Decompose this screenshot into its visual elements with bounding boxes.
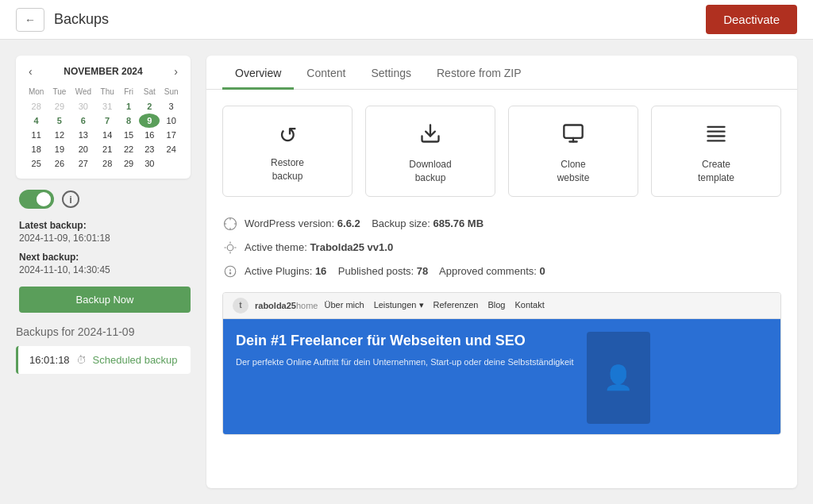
backups-for-label: Backups for 2024-11-09	[16, 325, 191, 338]
calendar-day[interactable]: 29	[118, 156, 139, 171]
clone-website-label: Clonewebsite	[557, 158, 590, 185]
left-panel: ‹ NOVEMBER 2024 › Mon Tue Wed Thu Fri Sa…	[16, 56, 191, 488]
calendar-day[interactable]: 21	[96, 142, 118, 156]
calendar-day[interactable]: 1	[118, 99, 139, 113]
site-preview: t rabolda25home Über mich Leistungen ▾ R…	[222, 292, 781, 435]
site-info-plugins: Active Plugins: 16 Published posts: 78 A…	[222, 264, 781, 279]
theme-icon	[222, 240, 238, 256]
calendar-day[interactable]: 7	[96, 113, 118, 128]
backup-toggle[interactable]	[19, 190, 54, 209]
calendar-day[interactable]: 13	[70, 128, 96, 142]
calendar-day[interactable]: 4	[24, 113, 48, 128]
calendar-day[interactable]: 3	[160, 99, 183, 113]
restore-backup-button[interactable]: ↺ Restorebackup	[222, 106, 353, 197]
template-icon	[705, 122, 727, 150]
calendar-day[interactable]: 15	[118, 128, 139, 142]
calendar-day[interactable]: 8	[118, 113, 139, 128]
page-title: Backups	[54, 11, 109, 28]
site-info: WordPress version: 6.6.2 Backup size: 68…	[222, 216, 781, 279]
comments-count: 0	[539, 265, 545, 277]
tab-content[interactable]: Content	[294, 56, 358, 90]
calendar-day[interactable]: 6	[70, 113, 96, 128]
calendar-day[interactable]: 11	[24, 128, 48, 142]
calendar-header: ‹ NOVEMBER 2024 ›	[24, 63, 183, 79]
site-info-wp: WordPress version: 6.6.2 Backup size: 68…	[222, 216, 781, 232]
calendar-day[interactable]: 20	[70, 142, 96, 156]
download-icon	[419, 122, 441, 150]
site-info-plugins-text: Active Plugins: 16 Published posts: 78 A…	[245, 265, 545, 277]
calendar-day[interactable]: 30	[70, 99, 96, 113]
plugins-label: Active Plugins:	[245, 265, 315, 277]
calendar: ‹ NOVEMBER 2024 › Mon Tue Wed Thu Fri Sa…	[16, 56, 191, 179]
calendar-day[interactable]: 29	[48, 99, 70, 113]
preview-hero-heading: Dein #1 Freelancer für Webseiten und SEO	[236, 332, 574, 350]
nav-leistungen: Leistungen ▾	[374, 300, 424, 310]
calendar-day[interactable]: 28	[24, 99, 48, 113]
backup-size-label: Backup size:	[372, 217, 433, 229]
create-template-label: Createtemplate	[698, 158, 734, 185]
latest-backup-value: 2024-11-09, 16:01:18	[19, 233, 191, 244]
toggle-area: i	[16, 190, 191, 209]
calendar-day[interactable]: 30	[139, 156, 160, 171]
tab-restore-from-zip[interactable]: Restore from ZIP	[424, 56, 534, 90]
wp-version-label: WordPress version:	[245, 217, 337, 229]
calendar-day[interactable]: 26	[48, 156, 70, 171]
site-info-theme: Active theme: Trabolda25 vv1.0	[222, 240, 781, 256]
wp-version: 6.6.2	[337, 217, 360, 229]
download-backup-button[interactable]: Downloadbackup	[365, 106, 495, 197]
clone-icon	[562, 122, 584, 150]
calendar-day[interactable]: 18	[24, 142, 48, 156]
comments-label: Approved comments:	[439, 265, 539, 277]
tabs-bar: Overview Content Settings Restore from Z…	[206, 56, 797, 90]
svg-rect-1	[564, 125, 582, 138]
calendar-day[interactable]: 28	[96, 156, 118, 171]
calendar-day	[160, 156, 183, 171]
calendar-day[interactable]: 24	[160, 142, 183, 156]
calendar-day[interactable]: 16	[139, 128, 160, 142]
calendar-grid: Mon Tue Wed Thu Fri Sat Sun 282930311234…	[24, 86, 183, 171]
create-template-button[interactable]: Createtemplate	[651, 106, 781, 197]
back-button[interactable]: ←	[16, 8, 44, 32]
calendar-day[interactable]: 31	[96, 99, 118, 113]
clone-website-button[interactable]: Clonewebsite	[508, 106, 638, 197]
cal-header-fri: Fri	[118, 86, 139, 99]
theme-value: Trabolda25 vv1.0	[310, 241, 393, 253]
clock-icon: ⏱	[76, 354, 87, 366]
calendar-day[interactable]: 12	[48, 128, 70, 142]
preview-nav-links: Über mich Leistungen ▾ Referenzen Blog K…	[325, 300, 545, 310]
nav-ubermich: Über mich	[325, 300, 364, 310]
posts-count: 78	[417, 265, 428, 277]
preview-logo: t	[233, 298, 249, 314]
next-backup-label: Next backup:	[19, 252, 191, 263]
plugins-count: 16	[315, 265, 326, 277]
header-left: ← Backups	[16, 8, 109, 32]
calendar-day[interactable]: 23	[139, 142, 160, 156]
backup-now-button[interactable]: Backup Now	[19, 287, 191, 313]
site-info-wp-text: WordPress version: 6.6.2 Backup size: 68…	[245, 217, 484, 229]
tab-settings[interactable]: Settings	[358, 56, 424, 90]
backup-size: 685.76 MB	[433, 217, 484, 229]
calendar-day[interactable]: 17	[160, 128, 183, 142]
nav-blog: Blog	[487, 300, 505, 310]
preview-content: Dein #1 Freelancer für Webseiten und SEO…	[223, 319, 780, 435]
tab-overview[interactable]: Overview	[222, 56, 294, 90]
calendar-prev-button[interactable]: ‹	[24, 63, 37, 79]
cal-header-wed: Wed	[70, 86, 96, 99]
calendar-day[interactable]: 19	[48, 142, 70, 156]
preview-hero-subtext: Der perfekte Online Auftritt für dein Un…	[236, 356, 574, 368]
calendar-next-button[interactable]: ›	[169, 63, 183, 79]
calendar-day[interactable]: 27	[70, 156, 96, 171]
backup-time: 16:01:18	[29, 354, 70, 366]
calendar-day[interactable]: 10	[160, 113, 183, 128]
calendar-day[interactable]: 2	[139, 99, 160, 113]
calendar-day[interactable]: 22	[118, 142, 139, 156]
header: ← Backups Deactivate	[0, 0, 813, 40]
backup-item[interactable]: 16:01:18 ⏱ Scheduled backup	[16, 346, 191, 374]
svg-point-9	[227, 244, 233, 251]
calendar-day[interactable]: 9	[139, 113, 160, 128]
info-icon[interactable]: i	[62, 190, 79, 208]
deactivate-button[interactable]: Deactivate	[706, 5, 797, 34]
calendar-day[interactable]: 14	[96, 128, 118, 142]
calendar-day[interactable]: 5	[48, 113, 70, 128]
calendar-day[interactable]: 25	[24, 156, 48, 171]
